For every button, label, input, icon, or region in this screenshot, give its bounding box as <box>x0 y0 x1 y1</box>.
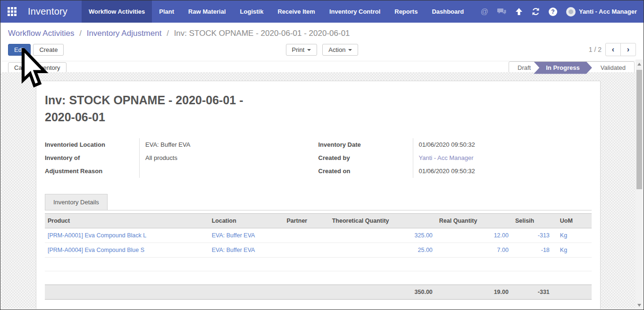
notebook-tabs: Inventory Details <box>45 194 592 210</box>
nav-item-inventory-control[interactable]: Inventory Control <box>322 0 387 23</box>
field-value-inventoried-location: EVA: Buffer EVA <box>145 138 318 151</box>
header-uom[interactable]: UoM <box>553 214 592 228</box>
pager-counter: 1 / 2 <box>589 46 602 53</box>
upload-arrow-icon[interactable] <box>515 8 523 16</box>
user-menu[interactable]: Yanti - Acc Manager <box>566 7 637 17</box>
breadcrumb: Workflow Activities / Inventory Adjustme… <box>0 23 644 40</box>
field-label-adjustment-reason: Adjustment Reason <box>45 165 139 178</box>
field-label-inventoried-location: Inventoried Location <box>45 138 139 151</box>
field-label-created-by: Created by <box>318 151 413 165</box>
action-dropdown-button[interactable]: Action <box>322 44 358 56</box>
field-value-adjustment-reason <box>145 165 318 178</box>
header-real-quantity[interactable]: Real Quantity <box>436 214 512 228</box>
field-value-inventory-date: 01/06/2020 09:50:32 <box>419 138 592 151</box>
field-value-inventory-of: All products <box>145 151 318 165</box>
header-selisih[interactable]: Selisih <box>512 214 553 228</box>
breadcrumb-current: Inv: STOCK OPNAME - 2020-06-01 - 2020-06… <box>174 29 350 38</box>
cell-selisih[interactable]: -18 <box>512 243 553 257</box>
tab-inventory-details[interactable]: Inventory Details <box>45 194 108 210</box>
app-title[interactable]: Inventory <box>23 0 82 23</box>
header-theoretical-quantity[interactable]: Theoretical Quantity <box>329 214 436 228</box>
table-row[interactable]: [PRM-A0004] Eva Compound Blue S EVA: Buf… <box>45 243 592 258</box>
main-menu: Workflow Activities Plant Raw Material L… <box>82 0 471 23</box>
cell-product[interactable]: [PRM-A0001] Eva Compound Black L <box>45 228 209 243</box>
total-theoretical-quantity: 350.00 <box>329 285 436 299</box>
breadcrumb-separator: / <box>164 29 172 38</box>
notes-label: Notes <box>45 308 592 310</box>
edit-button[interactable]: Edit <box>8 44 31 56</box>
inventory-lines-table: Product Location Partner Theoretical Qua… <box>45 213 592 300</box>
nav-item-raw-material[interactable]: Raw Material <box>181 0 233 23</box>
form-view-background: Inv: STOCK OPNAME - 2020-06-01 - 2020-06… <box>1 72 636 309</box>
breadcrumb-separator: / <box>76 29 84 38</box>
chat-icon[interactable] <box>497 8 506 15</box>
breadcrumb-link-workflow-activities[interactable]: Workflow Activities <box>8 29 74 38</box>
table-header-row: Product Location Partner Theoretical Qua… <box>45 213 592 228</box>
header-partner[interactable]: Partner <box>284 214 329 228</box>
field-label-inventory-of: Inventory of <box>45 151 139 165</box>
total-real-quantity: 19.00 <box>436 285 512 299</box>
field-label-created-on: Created on <box>318 165 413 178</box>
user-name-label: Yanti - Acc Manager <box>579 8 637 15</box>
nav-item-dashboard[interactable]: Dashboard <box>425 0 471 23</box>
cell-theoretical-quantity[interactable]: 325.00 <box>329 228 436 243</box>
table-empty-row <box>45 258 592 271</box>
scroll-down-icon[interactable] <box>636 302 643 309</box>
cell-selisih[interactable]: -313 <box>512 228 553 243</box>
cell-partner[interactable] <box>284 228 329 243</box>
control-panel: Edit Create Print Action 1 / 2 ‹› <box>0 40 644 61</box>
cell-real-quantity[interactable]: 7.00 <box>436 243 512 257</box>
scroll-up-icon[interactable] <box>636 60 643 68</box>
navbar-systray: @ ? Yanti - Acc Manager <box>481 0 644 23</box>
total-selisih: -331 <box>512 285 553 299</box>
cell-real-quantity[interactable]: 12.00 <box>436 228 512 243</box>
field-value-created-by[interactable]: Yanti - Acc Manager <box>419 151 592 165</box>
breadcrumb-link-inventory-adjustment[interactable]: Inventory Adjustment <box>87 29 162 38</box>
field-group-left: Inventoried Location Inventory of Adjust… <box>45 138 318 178</box>
help-icon[interactable]: ? <box>549 8 557 16</box>
caret-down-icon <box>307 49 311 51</box>
vertical-scrollbar[interactable] <box>636 59 643 309</box>
table-row[interactable]: [PRM-A0001] Eva Compound Black L EVA: Bu… <box>45 228 592 243</box>
cell-location[interactable]: EVA: Buffer EVA <box>209 243 284 257</box>
grid-icon <box>8 7 17 16</box>
print-action-group: Print Action <box>286 44 359 56</box>
table-spacer <box>45 271 592 285</box>
avatar <box>566 7 576 17</box>
apps-grid-icon[interactable] <box>0 0 23 23</box>
record-title: Inv: STOCK OPNAME - 2020-06-01 - 2020-06… <box>45 92 248 126</box>
field-groups: Inventoried Location Inventory of Adjust… <box>45 138 592 178</box>
header-product[interactable]: Product <box>45 214 209 228</box>
nav-item-plant[interactable]: Plant <box>152 0 181 23</box>
nav-item-receive-item[interactable]: Receive Item <box>270 0 322 23</box>
cell-partner[interactable] <box>284 243 329 257</box>
field-group-right: Inventory Date Created by Created on 01/… <box>318 138 592 178</box>
cell-uom[interactable]: Kg <box>553 228 592 243</box>
pager: 1 / 2 ‹› <box>589 43 636 56</box>
refresh-icon[interactable] <box>532 8 540 16</box>
pager-previous-button[interactable]: ‹ <box>605 43 621 56</box>
create-button[interactable]: Create <box>33 44 64 56</box>
caret-down-icon <box>348 49 352 51</box>
form-sheet: Inv: STOCK OPNAME - 2020-06-01 - 2020-06… <box>36 81 601 309</box>
cell-product[interactable]: [PRM-A0004] Eva Compound Blue S <box>45 243 209 257</box>
top-navbar: Inventory Workflow Activities Plant Raw … <box>0 0 644 23</box>
field-value-created-on: 01/06/2020 09:50:32 <box>419 165 592 178</box>
nav-item-workflow-activities[interactable]: Workflow Activities <box>82 0 152 23</box>
header-location[interactable]: Location <box>209 214 284 228</box>
inventory-adjustment-page: { "nav": { "app_title": "Inventory", "me… <box>0 0 644 310</box>
status-in-progress[interactable]: In Progress <box>534 62 592 74</box>
nav-item-reports[interactable]: Reports <box>387 0 425 23</box>
table-totals-row: 350.00 19.00 -331 <box>45 285 592 300</box>
pager-next-button[interactable]: › <box>620 43 636 56</box>
mentions-at-icon[interactable]: @ <box>481 8 488 16</box>
cell-theoretical-quantity[interactable]: 25.00 <box>329 243 436 257</box>
print-dropdown-button[interactable]: Print <box>286 44 318 56</box>
cancel-inventory-button[interactable]: Cancel Inventory <box>8 62 67 73</box>
field-label-inventory-date: Inventory Date <box>318 138 413 151</box>
nav-item-logistik[interactable]: Logistik <box>233 0 271 23</box>
cell-uom[interactable]: Kg <box>553 243 592 257</box>
scrollbar-thumb[interactable] <box>636 70 642 189</box>
cell-location[interactable]: EVA: Buffer EVA <box>209 228 284 243</box>
